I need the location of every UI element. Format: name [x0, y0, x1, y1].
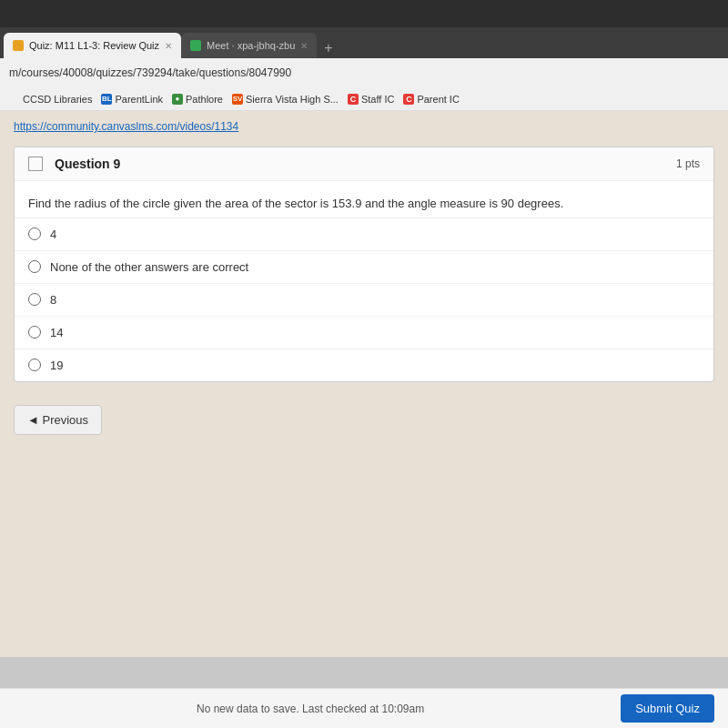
- browser-top-bar: [0, 0, 728, 27]
- question-body: Find the radius of the circle given the …: [15, 181, 713, 217]
- question-checkbox[interactable]: [28, 157, 43, 171]
- bookmark-parent-ic[interactable]: C Parent IC: [403, 94, 459, 105]
- bookmark-sierra-vista[interactable]: SV Sierra Vista High S...: [232, 94, 339, 105]
- nav-buttons: ◄ Previous: [14, 396, 714, 444]
- meet-tab-icon: [190, 40, 201, 51]
- bookmark-staff-ic[interactable]: C Staff IC: [348, 94, 394, 105]
- quiz-tab[interactable]: Quiz: M11 L1-3: Review Quiz ✕: [4, 33, 181, 58]
- question-pts: 1 pts: [676, 157, 700, 170]
- parent-ic-label: Parent IC: [417, 94, 459, 105]
- answer-option-19[interactable]: 19: [15, 349, 713, 381]
- sierra-label: Sierra Vista High S...: [246, 94, 339, 105]
- parentlink-icon: BL: [101, 94, 112, 105]
- pathlore-icon: ●: [172, 94, 183, 105]
- answer-label-8: 8: [50, 293, 56, 307]
- sierra-icon: SV: [232, 94, 243, 105]
- answer-label-14: 14: [50, 326, 63, 339]
- question-card: Question 9 1 pts Find the radius of the …: [14, 147, 714, 382]
- radio-14[interactable]: [28, 326, 41, 339]
- footer-status-text: No new data to save. Last checked at 10:…: [14, 703, 607, 715]
- staff-ic-icon: C: [348, 94, 359, 105]
- address-text: m/courses/40008/quizzes/739294/take/ques…: [9, 66, 291, 79]
- pathlore-label: Pathlore: [186, 94, 223, 105]
- question-header: Question 9 1 pts: [15, 147, 713, 181]
- radio-8[interactable]: [28, 293, 41, 306]
- ccsd-icon: [9, 94, 20, 105]
- content-area: https://community.canvaslms.com/videos/1…: [0, 111, 728, 657]
- previous-button[interactable]: ◄ Previous: [14, 405, 102, 435]
- question-header-left: Question 9: [28, 157, 120, 171]
- answer-label-4: 4: [50, 228, 56, 241]
- video-link[interactable]: https://community.canvaslms.com/videos/1…: [14, 120, 714, 133]
- meet-tab-close[interactable]: ✕: [300, 41, 308, 51]
- quiz-tab-icon: [13, 40, 24, 51]
- staff-ic-label: Staff IC: [361, 94, 394, 105]
- submit-quiz-button[interactable]: Submit Quiz: [621, 694, 714, 723]
- bookmark-parentlink[interactable]: BL ParentLink: [101, 94, 163, 105]
- bookmarks-bar: CCSD Libraries BL ParentLink ● Pathlore …: [0, 87, 728, 111]
- bookmark-ccsd[interactable]: CCSD Libraries: [9, 94, 92, 105]
- question-number: Question 9: [55, 157, 120, 171]
- quiz-tab-label: Quiz: M11 L1-3: Review Quiz: [29, 40, 159, 51]
- answer-option-8[interactable]: 8: [15, 283, 713, 316]
- answer-label-none: None of the other answers are correct: [50, 260, 248, 274]
- answer-option-none[interactable]: None of the other answers are correct: [15, 250, 713, 283]
- tab-bar: Quiz: M11 L1-3: Review Quiz ✕ Meet · xpa…: [0, 27, 728, 58]
- ccsd-label: CCSD Libraries: [23, 94, 92, 105]
- radio-19[interactable]: [28, 359, 41, 371]
- answer-option-14[interactable]: 14: [15, 316, 713, 349]
- radio-none[interactable]: [28, 260, 41, 273]
- radio-4[interactable]: [28, 228, 41, 240]
- footer-bar: No new data to save. Last checked at 10:…: [0, 688, 728, 728]
- bookmark-pathlore[interactable]: ● Pathlore: [172, 94, 223, 105]
- answer-label-19: 19: [50, 359, 63, 372]
- meet-tab-label: Meet · xpa-jbhq-zbu: [207, 40, 295, 51]
- new-tab-button[interactable]: +: [317, 40, 339, 56]
- quiz-tab-close[interactable]: ✕: [165, 41, 172, 51]
- parentlink-label: ParentLink: [115, 94, 163, 105]
- question-text: Find the radius of the circle given the …: [28, 195, 700, 213]
- parent-ic-icon: C: [403, 94, 414, 105]
- address-bar[interactable]: m/courses/40008/quizzes/739294/take/ques…: [0, 58, 728, 87]
- meet-tab[interactable]: Meet · xpa-jbhq-zbu ✕: [181, 33, 317, 58]
- answer-option-4[interactable]: 4: [15, 217, 713, 250]
